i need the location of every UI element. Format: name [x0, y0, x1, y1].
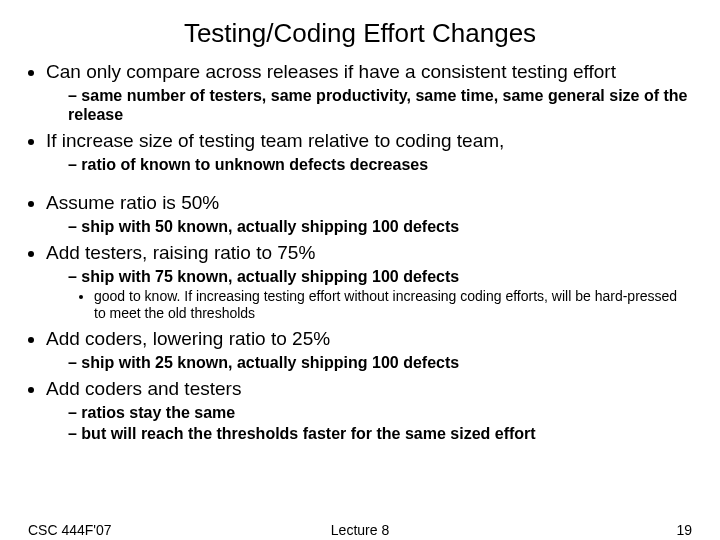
- bullet-text: same number of testers, same productivit…: [68, 87, 688, 123]
- sub-sub-bullet-item: good to know. If increasing testing effo…: [94, 288, 692, 322]
- sub-bullet-item: ratios stay the same: [68, 403, 692, 422]
- bullet-text: If increase size of testing team relativ…: [46, 130, 504, 151]
- bullet-item: Can only compare across releases if have…: [46, 61, 692, 124]
- bullet-item: Add coders and testersratios stay the sa…: [46, 378, 692, 443]
- nested-list: ship with 50 known, actually shipping 10…: [68, 217, 692, 236]
- sub-bullet-item: ship with 75 known, actually shipping 10…: [68, 267, 692, 322]
- bullet-text: ship with 50 known, actually shipping 10…: [81, 218, 459, 235]
- bullet-text: Assume ratio is 50%: [46, 192, 219, 213]
- sub-bullet-item: ship with 25 known, actually shipping 10…: [68, 353, 692, 372]
- bullet-text: Add testers, raising ratio to 75%: [46, 242, 315, 263]
- bullet-item: If increase size of testing team relativ…: [46, 130, 692, 174]
- sub-bullet-item: ship with 50 known, actually shipping 10…: [68, 217, 692, 236]
- footer-center: Lecture 8: [0, 522, 720, 538]
- bullet-text: Add coders and testers: [46, 378, 241, 399]
- bullet-item: Assume ratio is 50%ship with 50 known, a…: [46, 192, 692, 236]
- sub-bullet-item: but will reach the thresholds faster for…: [68, 424, 692, 443]
- bullet-text: Can only compare across releases if have…: [46, 61, 616, 82]
- spacer: [46, 176, 692, 186]
- sub-bullet-item: ratio of known to unknown defects decrea…: [68, 155, 692, 174]
- bullet-text: ratio of known to unknown defects decrea…: [81, 156, 428, 173]
- nested-list: same number of testers, same productivit…: [68, 86, 692, 124]
- footer-right: 19: [676, 522, 692, 538]
- nested-list: ship with 75 known, actually shipping 10…: [68, 267, 692, 322]
- nested-list: ratio of known to unknown defects decrea…: [68, 155, 692, 174]
- bullet-text: ship with 25 known, actually shipping 10…: [81, 354, 459, 371]
- bullet-text: ratios stay the same: [81, 404, 235, 421]
- bullet-text: but will reach the thresholds faster for…: [81, 425, 535, 442]
- bullet-item: Add testers, raising ratio to 75%ship wi…: [46, 242, 692, 322]
- bullet-text: Add coders, lowering ratio to 25%: [46, 328, 330, 349]
- bullet-text: good to know. If increasing testing effo…: [94, 288, 677, 321]
- slide-title: Testing/Coding Effort Changes: [0, 0, 720, 55]
- bullet-item: Add coders, lowering ratio to 25%ship wi…: [46, 328, 692, 372]
- bullet-list: Can only compare across releases if have…: [46, 61, 692, 443]
- bullet-text: ship with 75 known, actually shipping 10…: [81, 268, 459, 285]
- slide: Testing/Coding Effort Changes Can only c…: [0, 0, 720, 540]
- slide-content: Can only compare across releases if have…: [0, 61, 720, 443]
- sub-bullet-item: same number of testers, same productivit…: [68, 86, 692, 124]
- nested-list: good to know. If increasing testing effo…: [94, 288, 692, 322]
- nested-list: ship with 25 known, actually shipping 10…: [68, 353, 692, 372]
- nested-list: ratios stay the samebut will reach the t…: [68, 403, 692, 443]
